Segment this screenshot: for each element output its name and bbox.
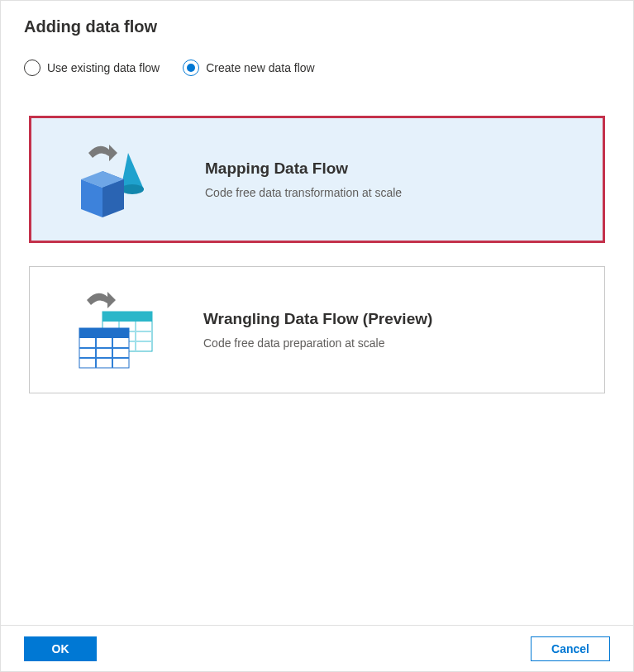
card-text: Wrangling Data Flow (Preview) Code free … xyxy=(203,310,584,350)
svg-rect-13 xyxy=(79,328,129,338)
card-text: Mapping Data Flow Code free data transfo… xyxy=(205,160,583,199)
radio-circle-icon xyxy=(183,60,199,76)
cancel-button[interactable]: Cancel xyxy=(531,636,610,661)
radio-use-existing[interactable]: Use existing data flow xyxy=(24,60,160,76)
dialog-content: Adding data flow Use existing data flow … xyxy=(1,1,633,625)
dialog-title: Adding data flow xyxy=(24,17,610,36)
svg-point-0 xyxy=(121,184,144,194)
ok-button[interactable]: OK xyxy=(24,636,97,661)
radio-label: Create new data flow xyxy=(206,61,315,74)
card-mapping-data-flow[interactable]: Mapping Data Flow Code free data transfo… xyxy=(29,116,605,243)
card-wrangling-data-flow[interactable]: Wrangling Data Flow (Preview) Code free … xyxy=(29,266,605,393)
radio-label: Use existing data flow xyxy=(47,61,160,74)
card-title: Mapping Data Flow xyxy=(205,160,583,178)
card-description: Code free data preparation at scale xyxy=(203,336,584,350)
radio-circle-icon xyxy=(24,60,41,76)
mapping-dataflow-icon xyxy=(76,138,159,221)
card-description: Code free data transformation at scale xyxy=(205,186,583,199)
card-title: Wrangling Data Flow (Preview) xyxy=(203,310,584,328)
radio-dot-icon xyxy=(187,64,195,72)
wrangling-dataflow-icon xyxy=(74,288,157,371)
radio-create-new[interactable]: Create new data flow xyxy=(183,60,315,76)
dialog-footer: OK Cancel xyxy=(1,625,633,671)
svg-rect-7 xyxy=(102,312,152,322)
card-list: Mapping Data Flow Code free data transfo… xyxy=(24,116,610,393)
radio-group: Use existing data flow Create new data f… xyxy=(24,60,610,76)
